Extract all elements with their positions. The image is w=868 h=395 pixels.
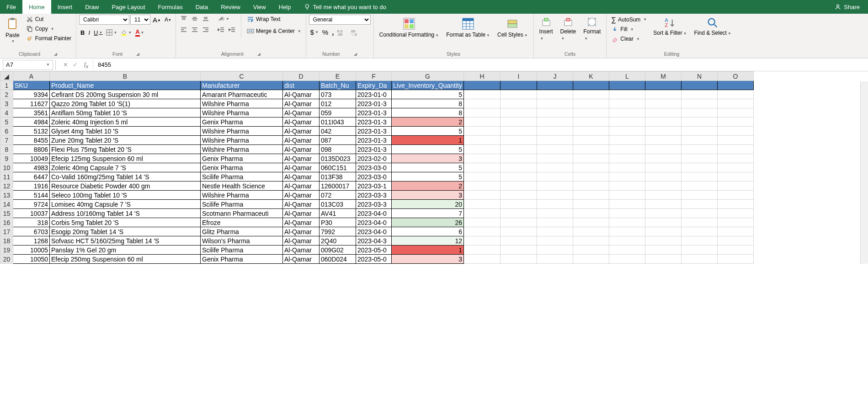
header-cell[interactable]: dist	[283, 81, 320, 90]
cell[interactable]: 1	[392, 136, 464, 145]
cell[interactable]	[645, 181, 681, 191]
cell[interactable]: Zune 20mg Tablet 20 'S	[50, 136, 201, 145]
cell[interactable]	[537, 255, 573, 264]
paste-button[interactable]: Paste ▼	[3, 15, 22, 45]
row-header-16[interactable]: 16	[0, 218, 13, 227]
cell[interactable]	[463, 90, 500, 99]
cell[interactable]	[681, 236, 717, 246]
cell[interactable]	[573, 236, 609, 246]
cell[interactable]	[500, 127, 537, 136]
cell[interactable]	[609, 127, 645, 136]
font-color-button[interactable]: A▼	[134, 27, 145, 37]
cell[interactable]	[573, 117, 609, 127]
cell[interactable]	[463, 154, 500, 163]
cell[interactable]	[609, 191, 645, 200]
col-header-L[interactable]: L	[609, 72, 645, 81]
col-header-F[interactable]: F	[356, 72, 392, 81]
cell[interactable]	[609, 108, 645, 117]
row-header-7[interactable]: 7	[0, 136, 13, 145]
cell[interactable]	[537, 172, 573, 181]
header-cell[interactable]: Product_Name	[50, 81, 201, 90]
decrease-indent-button[interactable]	[216, 26, 226, 34]
cell[interactable]: 098	[320, 145, 356, 154]
header-cell[interactable]	[609, 81, 645, 90]
cell[interactable]	[537, 191, 573, 200]
cell[interactable]	[681, 181, 717, 191]
cell[interactable]	[717, 99, 753, 108]
tab-insert[interactable]: Insert	[51, 0, 79, 14]
cell[interactable]: Al-Qamar	[283, 227, 320, 236]
cell[interactable]	[681, 218, 717, 227]
cell[interactable]: 6	[392, 227, 464, 236]
increase-indent-button[interactable]	[227, 26, 237, 34]
cell[interactable]: 2023-03-0	[356, 172, 392, 181]
cell[interactable]	[573, 246, 609, 255]
cell[interactable]: 2023-04-3	[356, 236, 392, 246]
cell[interactable]: Wilshire Pharma	[201, 99, 283, 108]
dialog-launcher-icon[interactable]: ◢	[354, 52, 357, 56]
cell[interactable]: 2023-03-1	[356, 181, 392, 191]
cell[interactable]	[500, 136, 537, 145]
col-header-E[interactable]: E	[320, 72, 356, 81]
cell[interactable]: Al-Qamar	[283, 181, 320, 191]
cell[interactable]	[537, 90, 573, 99]
cell[interactable]	[717, 200, 753, 209]
select-all-corner[interactable]: ◢	[0, 72, 13, 81]
cell[interactable]: Panslay 1% Gel 20 gm	[50, 246, 201, 255]
cell[interactable]	[609, 136, 645, 145]
row-header-15[interactable]: 15	[0, 209, 13, 218]
tab-draw[interactable]: Draw	[79, 0, 105, 14]
cell[interactable]	[573, 181, 609, 191]
tab-page-layout[interactable]: Page Layout	[106, 0, 152, 14]
header-cell[interactable]	[681, 81, 717, 90]
cell[interactable]: Efroze	[201, 218, 283, 227]
cell[interactable]: Efecip 250mg Suspension 60 ml	[50, 255, 201, 264]
cell[interactable]: Seleco 100mg Tablet 10 'S	[50, 191, 201, 200]
cell[interactable]: Wilshire Pharma	[201, 127, 283, 136]
cell[interactable]: 6703	[13, 227, 50, 236]
underline-button[interactable]: U▼	[92, 28, 104, 37]
cell[interactable]: 2023-04-0	[356, 209, 392, 218]
tab-help[interactable]: Help	[272, 0, 298, 14]
cell[interactable]	[500, 154, 537, 163]
enter-formula-button[interactable]: ✓	[73, 61, 78, 68]
cell[interactable]: 009G02	[320, 246, 356, 255]
autosum-button[interactable]: ∑AutoSum▼	[609, 15, 649, 24]
cell[interactable]: Al-Qamar	[283, 255, 320, 264]
cell[interactable]: 087	[320, 136, 356, 145]
col-header-G[interactable]: G	[392, 72, 464, 81]
cell[interactable]	[717, 246, 753, 255]
cell[interactable]	[500, 117, 537, 127]
col-header-I[interactable]: I	[500, 72, 537, 81]
cell[interactable]	[537, 154, 573, 163]
align-top-button[interactable]	[179, 15, 189, 23]
cell[interactable]	[681, 117, 717, 127]
cell[interactable]: 2023-01-3	[356, 108, 392, 117]
cell[interactable]: 059	[320, 108, 356, 117]
cell[interactable]	[717, 108, 753, 117]
col-header-C[interactable]: C	[201, 72, 283, 81]
orientation-button[interactable]: ab▼	[216, 15, 231, 23]
cell[interactable]: 8806	[13, 145, 50, 154]
cell[interactable]	[463, 172, 500, 181]
cell[interactable]: 072	[320, 191, 356, 200]
cell[interactable]	[573, 136, 609, 145]
cell[interactable]	[573, 227, 609, 236]
cell[interactable]	[645, 255, 681, 264]
cell[interactable]	[681, 90, 717, 99]
cell[interactable]: Al-Qamar	[283, 172, 320, 181]
cell[interactable]	[573, 172, 609, 181]
cell-styles-button[interactable]: Cell Styles▼	[495, 15, 531, 40]
cell[interactable]	[717, 90, 753, 99]
fill-button[interactable]: Fill▼	[609, 25, 649, 34]
cell[interactable]: Glyset 4mg Tablet 10 'S	[50, 127, 201, 136]
cell[interactable]: 5132	[13, 127, 50, 136]
cell[interactable]: 12600017	[320, 181, 356, 191]
cell[interactable]: 12	[392, 236, 464, 246]
cell[interactable]: 012	[320, 99, 356, 108]
cell[interactable]: 2023-01-3	[356, 145, 392, 154]
cell[interactable]	[681, 200, 717, 209]
cell[interactable]	[609, 209, 645, 218]
cell[interactable]: 2023-01-0	[356, 90, 392, 99]
cell[interactable]: 5	[392, 145, 464, 154]
